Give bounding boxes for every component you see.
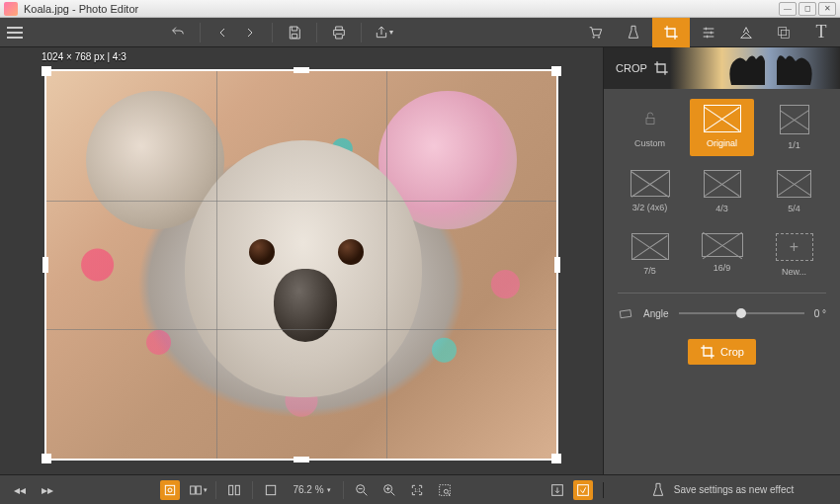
bottom-toolbar: ◂◂ ▸▸ ▾ 76.2 %▾ 1:1 Save settings as new…: [0, 474, 840, 504]
export-icon[interactable]: ▾: [374, 23, 393, 42]
zoom-marquee-icon[interactable]: [435, 480, 455, 500]
crop-handle[interactable]: [551, 454, 561, 463]
crop-handle[interactable]: [551, 66, 561, 76]
save-icon[interactable]: [285, 23, 304, 42]
tab-text[interactable]: T: [802, 18, 840, 47]
maximize-button[interactable]: ◻: [798, 2, 816, 16]
crop-opt-custom[interactable]: Custom: [618, 99, 682, 156]
crop-opt-4-3[interactable]: 4/3: [690, 164, 754, 219]
svg-rect-9: [236, 485, 240, 494]
hands-silhouette: [712, 51, 830, 85]
back-icon[interactable]: [212, 23, 232, 42]
window-titlebar: Koala.jpg - Photo Editor — ◻ ✕: [0, 0, 840, 18]
crop-box[interactable]: [44, 69, 558, 461]
angle-value: 0 °: [814, 308, 826, 319]
import-icon[interactable]: [547, 480, 567, 500]
apply-icon[interactable]: [573, 480, 593, 500]
svg-rect-10: [267, 485, 276, 494]
crop-opt-7-5[interactable]: 7/5: [618, 227, 682, 283]
window-title: Koala.jpg - Photo Editor: [24, 3, 138, 15]
forward-icon[interactable]: [240, 23, 260, 42]
svg-point-5: [168, 488, 172, 492]
svg-rect-17: [578, 484, 589, 495]
crop-icon: [653, 60, 669, 76]
tab-crop[interactable]: [652, 18, 690, 47]
crop-handle[interactable]: [42, 454, 51, 463]
close-button[interactable]: ✕: [818, 2, 836, 16]
angle-slider[interactable]: [679, 312, 804, 314]
svg-rect-3: [620, 310, 630, 318]
crop-title: CROP: [616, 62, 647, 74]
crop-opt-1-1[interactable]: 1/1: [762, 99, 826, 156]
tab-effects[interactable]: [615, 18, 652, 47]
zoom-percent[interactable]: 76.2 %▾: [289, 484, 334, 495]
crop-handle[interactable]: [42, 257, 48, 273]
next-image-icon[interactable]: ▸▸: [38, 480, 57, 500]
svg-point-15: [444, 489, 448, 493]
svg-rect-6: [191, 486, 196, 494]
zoom-out-icon[interactable]: [352, 480, 372, 500]
minimize-button[interactable]: —: [779, 2, 797, 16]
crop-opt-original[interactable]: Original: [690, 99, 754, 156]
crop-opt-5-4[interactable]: 5/4: [762, 164, 826, 219]
tab-layers[interactable]: [765, 18, 802, 47]
crop-sidebar: CROP Custom Original 1/1 3/2 (4x6): [603, 47, 840, 474]
view-compare-icon[interactable]: ▾: [188, 480, 208, 500]
svg-rect-0: [779, 27, 787, 35]
dimensions-label: 1024 × 768 px | 4:3: [42, 51, 126, 62]
crop-handle[interactable]: [294, 67, 309, 73]
menu-button[interactable]: [0, 18, 30, 47]
prev-image-icon[interactable]: ◂◂: [10, 480, 30, 500]
view-single-icon[interactable]: [160, 480, 180, 500]
angle-icon: [618, 305, 633, 321]
undo-icon[interactable]: [168, 23, 188, 42]
tab-adjust[interactable]: [690, 18, 727, 47]
flask-icon: [650, 482, 666, 498]
canvas-area: 1024 × 768 px | 4:3: [0, 47, 603, 474]
crop-button[interactable]: Crop: [688, 339, 756, 365]
save-effect-label[interactable]: Save settings as new effect: [674, 484, 795, 495]
crop-header: CROP: [604, 47, 840, 89]
svg-rect-7: [197, 486, 202, 494]
zoom-actual-icon[interactable]: 1:1: [407, 480, 427, 500]
zoom-in-icon[interactable]: [379, 480, 399, 500]
svg-rect-2: [646, 118, 654, 124]
crop-handle[interactable]: [554, 257, 560, 273]
fit-icon[interactable]: [261, 480, 281, 500]
crop-opt-16-9[interactable]: 16/9: [690, 227, 754, 283]
print-icon[interactable]: [329, 23, 349, 42]
crop-opt-new[interactable]: + New...: [762, 227, 826, 283]
svg-rect-8: [229, 485, 233, 494]
photo: [46, 71, 556, 459]
angle-label: Angle: [643, 308, 669, 319]
crop-handle[interactable]: [42, 66, 51, 76]
crop-handle[interactable]: [294, 457, 309, 462]
top-toolbar: ▾ T: [0, 18, 840, 47]
app-icon: [4, 2, 18, 16]
svg-text:1:1: 1:1: [414, 488, 421, 493]
svg-rect-4: [166, 485, 175, 494]
svg-rect-1: [781, 30, 789, 38]
crop-opt-3-2[interactable]: 3/2 (4x6): [618, 164, 682, 219]
view-split-icon[interactable]: [224, 480, 244, 500]
tab-retouch[interactable]: [727, 18, 765, 47]
cart-icon[interactable]: [585, 23, 605, 42]
